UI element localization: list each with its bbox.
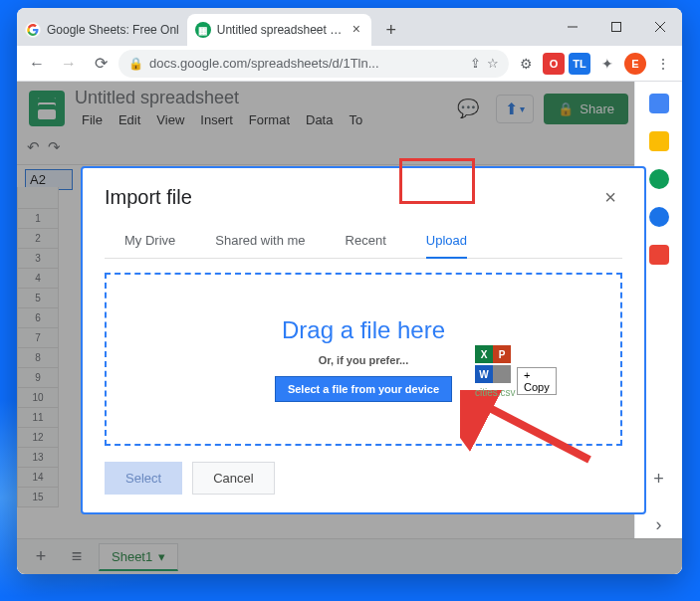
maps-addon-icon[interactable]: [649, 245, 669, 265]
extensions-puzzle-icon[interactable]: ✦: [594, 51, 620, 77]
dragged-file-name: cities.csv: [475, 387, 516, 398]
tab-shared-with-me[interactable]: Shared with me: [195, 223, 325, 258]
browser-tab-2-active[interactable]: ▦ Untitled spreadsheet - G ×: [187, 14, 371, 46]
annotation-arrow: [460, 390, 599, 470]
extension-settings-icon[interactable]: ⚙: [513, 51, 539, 77]
tab-title: Untitled spreadsheet - G: [217, 23, 344, 37]
contacts-addon-icon[interactable]: [649, 207, 669, 227]
window-controls: [551, 8, 682, 46]
close-window-button[interactable]: [638, 8, 682, 46]
share-url-icon[interactable]: ⇪: [470, 56, 481, 71]
google-favicon: [25, 22, 41, 38]
get-addons-button[interactable]: +: [645, 465, 673, 493]
back-button[interactable]: ←: [23, 50, 51, 78]
new-tab-button[interactable]: +: [377, 16, 405, 44]
bookmark-icon[interactable]: ☆: [487, 56, 499, 71]
keep-addon-icon[interactable]: [649, 131, 669, 151]
select-file-button[interactable]: Select a file from your device: [275, 376, 452, 402]
minimize-button[interactable]: [551, 8, 594, 46]
forward-button[interactable]: →: [55, 50, 83, 78]
ublock-extension-icon[interactable]: O: [543, 53, 565, 75]
file-type-icon: XP W: [475, 345, 515, 385]
app-viewport: Untitled spreadsheet File Edit View Inse…: [17, 82, 682, 574]
dialog-tabs: My Drive Shared with me Recent Upload: [105, 223, 622, 259]
dialog-title: Import file: [105, 186, 192, 209]
tab-my-drive[interactable]: My Drive: [105, 223, 195, 258]
tab-upload[interactable]: Upload: [406, 223, 487, 258]
svg-line-4: [478, 402, 589, 460]
cancel-button[interactable]: Cancel: [192, 462, 274, 495]
sheets-favicon: ▦: [195, 22, 211, 38]
svg-rect-1: [612, 23, 621, 32]
browser-titlebar: Google Sheets: Free Onl ▦ Untitled sprea…: [17, 8, 682, 46]
copy-tooltip: + Copy: [517, 367, 557, 395]
select-button[interactable]: Select: [105, 462, 182, 495]
profile-avatar[interactable]: E: [624, 53, 646, 75]
hide-sidepanel-button[interactable]: ›: [645, 510, 673, 538]
browser-menu-icon[interactable]: ⋮: [650, 51, 676, 77]
tasks-addon-icon[interactable]: [649, 169, 669, 189]
dropzone-subtext: Or, if you prefer...: [319, 354, 408, 366]
reload-button[interactable]: ⟳: [87, 50, 115, 78]
lock-icon: 🔒: [128, 57, 143, 71]
close-tab-icon[interactable]: ×: [350, 23, 363, 37]
browser-window: Google Sheets: Free Onl ▦ Untitled sprea…: [17, 8, 682, 574]
tab-title: Google Sheets: Free Onl: [47, 23, 179, 37]
maximize-button[interactable]: [594, 8, 638, 46]
tab-recent[interactable]: Recent: [326, 223, 406, 258]
url-text: docs.google.com/spreadsheets/d/1Tln...: [149, 56, 464, 71]
url-input[interactable]: 🔒 docs.google.com/spreadsheets/d/1Tln...…: [118, 50, 509, 78]
address-bar: ← → ⟳ 🔒 docs.google.com/spreadsheets/d/1…: [17, 46, 682, 82]
dropzone-heading: Drag a file here: [282, 316, 445, 344]
close-dialog-button[interactable]: ×: [598, 186, 622, 209]
tl-extension-icon[interactable]: TL: [569, 53, 590, 75]
calendar-addon-icon[interactable]: [649, 94, 669, 113]
browser-tab-1[interactable]: Google Sheets: Free Onl: [17, 14, 187, 46]
